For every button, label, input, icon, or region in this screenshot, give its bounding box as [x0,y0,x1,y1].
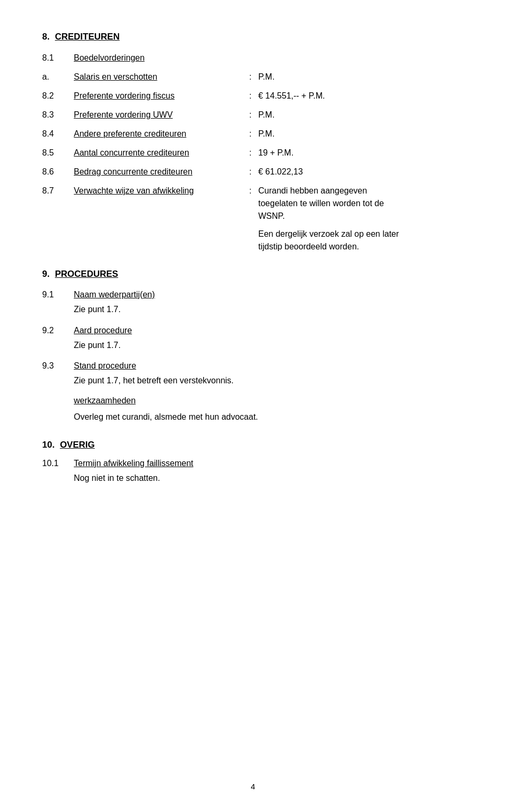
item-8-7-number: 8.7 [42,185,74,253]
item-8-1-label: Boedelvorderingen [74,52,242,64]
subsection-9-2-content: Zie punt 1.7. [74,339,464,352]
item-8-4-number: 8.4 [42,128,74,140]
item-8-7-colon: : [242,185,258,253]
subsection-10-1: 10.1 Termijn afwikkeling faillissement N… [42,459,464,485]
item-8-6-number: 8.6 [42,166,74,178]
section-9-title: PROCEDURES [55,269,118,279]
item-8-7-value-4: Een dergelijk verzoek zal op een later [258,228,464,240]
subsection-10-1-number: 10.1 [42,459,74,468]
page-number: 4 [251,782,255,791]
item-a-value: P.M. [258,71,464,83]
subsection-9-1: 9.1 Naam wederpartij(en) Zie punt 1.7. [42,290,464,316]
item-8-1-value [258,52,464,64]
section-8-number: 8. [42,32,50,42]
item-a-label: Salaris en verschotten [74,71,242,83]
subsection-10-1-content: Nog niet in te schatten. [74,471,464,485]
item-8-2-label: Preferente vordering fiscus [74,90,242,102]
item-8-7-value-block: Curandi hebben aangegeven toegelaten te … [258,185,464,253]
item-8-7-value-3: WSNP. [258,210,464,223]
item-8-2-value: € 14.551,-- + P.M. [258,90,464,102]
item-8-4: 8.4 Andere preferente crediteuren : P.M. [42,128,464,140]
item-8-3-label: Preferente vordering UWV [74,109,242,121]
item-8-3-value: P.M. [258,109,464,121]
subsection-9-1-header: 9.1 Naam wederpartij(en) [42,290,464,299]
item-8-2-colon: : [242,90,258,102]
section-10-title: OVERIG [60,440,95,450]
subsection-9-3-werkzaamheden: werkzaamheden [74,394,464,408]
item-8-7-label: Verwachte wijze van afwikkeling [74,185,242,253]
section-8-title: CREDITEUREN [55,32,120,42]
item-8-1-colon [242,52,258,64]
subsection-10-1-title: Termijn afwikkeling faillissement [74,459,193,468]
subsection-9-1-content: Zie punt 1.7. [74,303,464,316]
item-a-number: a. [42,71,74,83]
item-8-5-colon: : [242,147,258,159]
item-8-3-number: 8.3 [42,109,74,121]
item-8-6-colon: : [242,166,258,178]
section-10-header: 10. OVERIG [42,440,464,450]
subsection-9-2-title: Aard procedure [74,326,132,335]
section-10-number: 10. [42,440,55,450]
item-8-5-value: 19 + P.M. [258,147,464,159]
subsection-9-3-content-line1: Zie punt 1.7, het betreft een verstekvon… [74,374,464,388]
item-8-7: 8.7 Verwachte wijze van afwikkeling : Cu… [42,185,464,253]
item-8-7-value-1: Curandi hebben aangegeven [258,185,464,197]
subsection-9-1-number: 9.1 [42,290,74,299]
item-8-7-value-2: toegelaten te willen worden tot de [258,197,464,210]
subsection-9-3-number: 9.3 [42,361,74,371]
item-8-4-label: Andere preferente crediteuren [74,128,242,140]
subsection-9-2-number: 9.2 [42,326,74,335]
werkzaamheden-label: werkzaamheden [74,396,135,405]
item-8-2-number: 8.2 [42,90,74,102]
section-9-header: 9. PROCEDURES [42,269,464,279]
item-8-2: 8.2 Preferente vordering fiscus : € 14.5… [42,90,464,102]
item-8-5: 8.5 Aantal concurrente crediteuren : 19 … [42,147,464,159]
item-8-6-value: € 61.022,13 [258,166,464,178]
subsection-9-2-header: 9.2 Aard procedure [42,326,464,335]
page: 8. CREDITEUREN 8.1 Boedelvorderingen a. … [0,0,506,812]
subsection-10-1-header: 10.1 Termijn afwikkeling faillissement [42,459,464,468]
subsection-9-2: 9.2 Aard procedure Zie punt 1.7. [42,326,464,352]
item-8-4-value: P.M. [258,128,464,140]
item-8-3: 8.3 Preferente vordering UWV : P.M. [42,109,464,121]
item-8-3-colon: : [242,109,258,121]
item-8-5-label: Aantal concurrente crediteuren [74,147,242,159]
subsection-9-3-content-line2: Overleg met curandi, alsmede met hun adv… [74,410,464,424]
subsection-9-3-header: 9.3 Stand procedure [42,361,464,371]
section-8-header: 8. CREDITEUREN [42,32,464,42]
item-8-7-value-5: tijdstip beoordeeld worden. [258,240,464,253]
item-8-1-number: 8.1 [42,52,74,64]
item-8-1: 8.1 Boedelvorderingen [42,52,464,64]
section-9-number: 9. [42,269,50,279]
item-a-colon: : [242,71,258,83]
subsection-9-3: 9.3 Stand procedure Zie punt 1.7, het be… [42,361,464,424]
item-8-5-number: 8.5 [42,147,74,159]
item-8-4-colon: : [242,128,258,140]
item-8-6: 8.6 Bedrag concurrente crediteuren : € 6… [42,166,464,178]
item-a: a. Salaris en verschotten : P.M. [42,71,464,83]
subsection-9-3-title: Stand procedure [74,361,136,371]
item-8-6-label: Bedrag concurrente crediteuren [74,166,242,178]
subsection-9-1-title: Naam wederpartij(en) [74,290,155,299]
